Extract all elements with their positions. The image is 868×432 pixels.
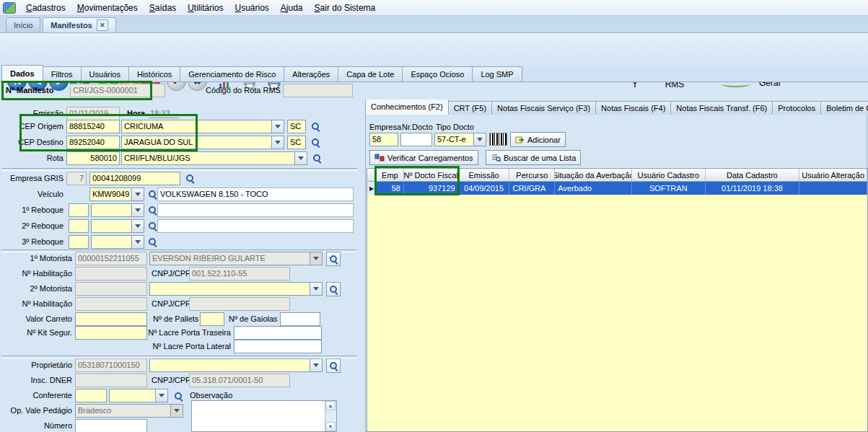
vale-pedagio-select[interactable]: Bradesco: [75, 404, 183, 418]
grid-header-docto-fiscal[interactable]: Nº Docto Fiscal: [404, 169, 459, 182]
kit-segur-input[interactable]: [75, 326, 147, 340]
tab-alteracoes[interactable]: Alterações: [284, 66, 338, 81]
proprietario-codigo-input[interactable]: 05318071000150: [75, 358, 147, 372]
rota-search-button[interactable]: [310, 151, 323, 164]
tab-gerenciamento-risco[interactable]: Gerenciamento de Risco: [180, 66, 284, 81]
buscar-lista-button[interactable]: Buscar de uma Lista: [486, 150, 581, 165]
tab-inicio[interactable]: Início: [6, 17, 40, 32]
cep-destino-search-button[interactable]: [309, 136, 322, 149]
close-icon[interactable]: ✕: [97, 19, 108, 31]
menu-item-cadastros[interactable]: Cadastros: [21, 1, 71, 14]
tab-log-smp[interactable]: Log SMP: [472, 66, 522, 81]
tab-conhecimentos[interactable]: Conhecimentos (F2): [365, 100, 449, 115]
tab-manifestos[interactable]: Manifestos ✕: [43, 17, 115, 32]
cep-destino-uf-input[interactable]: SC: [287, 136, 306, 149]
scroll-up-icon[interactable]: ▲: [325, 401, 336, 410]
habilitacao1-input[interactable]: [75, 267, 147, 281]
reboque2-input[interactable]: [69, 219, 89, 233]
lacre-traseira-input[interactable]: [234, 326, 322, 340]
grid-header-emissao[interactable]: Emissão: [459, 169, 510, 182]
cep-destino-input[interactable]: 89252040: [66, 136, 120, 149]
motorista2-select[interactable]: [149, 282, 323, 296]
chevron-down-icon[interactable]: [131, 220, 144, 232]
tab-capa-lote[interactable]: Capa de Lote: [338, 66, 403, 81]
motorista2-codigo-input[interactable]: [75, 282, 147, 296]
cep-origem-search-button[interactable]: [309, 120, 322, 133]
tab-filtros[interactable]: Filtros: [43, 66, 82, 81]
cep-origem-uf-input[interactable]: SC: [287, 120, 306, 133]
cep-origem-city-select[interactable]: CRICIUMA: [121, 120, 284, 133]
tab-boletim-ocorrencia[interactable]: Boletim de Ocorrên: [820, 101, 868, 115]
proprietario-select[interactable]: [149, 358, 323, 372]
chevron-down-icon[interactable]: [294, 152, 307, 164]
tab-protocolos[interactable]: Protocolos: [772, 101, 821, 115]
verificar-carregamentos-button[interactable]: Verificar Carregamentos: [369, 150, 478, 165]
chevron-down-icon[interactable]: [131, 236, 144, 248]
chevron-down-icon[interactable]: [271, 120, 284, 133]
empresa-gris-codigo-input[interactable]: 7: [66, 172, 87, 185]
menu-item-usuarios[interactable]: Usuários: [229, 1, 273, 14]
cnpj-cpf2-input[interactable]: [189, 297, 290, 311]
conferente-select[interactable]: [109, 389, 168, 402]
grid-row-selected[interactable]: ▶ 58 937129 04/09/2015 CRI/GRA Averbado …: [367, 182, 867, 195]
chevron-down-icon[interactable]: [310, 283, 322, 295]
tab-usuarios[interactable]: Usuários: [81, 66, 129, 81]
menu-item-saidas[interactable]: Saídas: [144, 1, 181, 14]
menu-item-sair[interactable]: Sair do Sistema: [310, 1, 381, 14]
valor-carreto-input[interactable]: [75, 312, 147, 326]
grid-header-emp[interactable]: Emp: [377, 169, 404, 182]
rota-input[interactable]: 580010: [66, 151, 120, 165]
adicionar-button[interactable]: Adicionar: [510, 132, 566, 147]
empresa-gris-search-button[interactable]: [183, 172, 196, 185]
chevron-down-icon[interactable]: [170, 405, 183, 417]
manifesto-input[interactable]: CRI/JGS-0000001: [70, 84, 165, 97]
conferente-search-button[interactable]: [172, 389, 185, 402]
habilitacao2-input[interactable]: [75, 297, 147, 311]
empresa-gris-conta-input[interactable]: 00041208099: [89, 172, 180, 185]
codigo-rota-rms-input[interactable]: [283, 84, 353, 97]
reboque3-input[interactable]: [69, 235, 89, 249]
empresa-input[interactable]: 58: [369, 133, 398, 146]
menu-item-ajuda[interactable]: Ajuda: [276, 1, 308, 14]
motorista1-search-button[interactable]: [326, 252, 341, 266]
menu-item-utilitarios[interactable]: Utilitários: [183, 1, 228, 14]
tab-dados[interactable]: Dados: [1, 65, 43, 81]
grid-header-usuario-alteracao[interactable]: Usuário Alteração: [799, 169, 867, 182]
tipo-docto-select[interactable]: 57-CT-e: [434, 133, 486, 146]
tab-espaco-ocioso[interactable]: Espaço Ocioso: [402, 66, 473, 81]
scroll-down-icon[interactable]: ▼: [325, 422, 336, 431]
chevron-down-icon[interactable]: [131, 204, 144, 216]
barcode-icon[interactable]: [489, 133, 507, 146]
chevron-down-icon[interactable]: [310, 252, 322, 265]
gaiolas-input[interactable]: [280, 312, 320, 326]
reboque3-search-button[interactable]: [146, 235, 159, 248]
tab-nf[interactable]: Notas Fiscais (F4): [595, 101, 671, 115]
emissao-input[interactable]: 01/11/2019: [66, 107, 120, 120]
grid-header-usuario-cadastro[interactable]: Usuário Cadastro: [632, 169, 706, 182]
reboque1-select[interactable]: [91, 203, 144, 217]
grid-header-situacao-averbacao[interactable]: Situação da Averbação: [555, 169, 632, 182]
chevron-down-icon[interactable]: [473, 133, 486, 146]
lacre-lateral-input[interactable]: [234, 340, 322, 353]
chevron-down-icon[interactable]: [310, 359, 322, 371]
chevron-down-icon[interactable]: [131, 188, 144, 200]
cnpj-cpf1-input[interactable]: 001.522.110-55: [189, 267, 290, 281]
chevron-down-icon[interactable]: [155, 389, 167, 402]
tab-historicos[interactable]: Históricos: [128, 66, 180, 81]
tab-crt[interactable]: CRT (F5): [448, 101, 492, 115]
observacao-scrollbar[interactable]: ▲ ▼: [325, 401, 336, 431]
cep-destino-city-select[interactable]: JARAGUA DO SUL: [121, 136, 284, 149]
menu-item-movimentacoes[interactable]: Movimentações: [72, 1, 143, 14]
reboque3-select[interactable]: [91, 235, 144, 249]
conferente-input[interactable]: [75, 389, 107, 402]
motorista1-select[interactable]: EVERSON RIBEIRO GULARTE: [149, 252, 323, 265]
rota-select[interactable]: CRI/FLN/BLU/JGS: [121, 151, 307, 165]
tab-nf-servico[interactable]: Notas Fiscais Serviço (F3): [491, 101, 596, 115]
grid-header-percurso[interactable]: Percurso: [509, 169, 555, 182]
proprietario-search-button[interactable]: [326, 358, 341, 373]
cnpj-cpf3-input[interactable]: 05.318.071/0001-50: [189, 374, 290, 387]
chevron-down-icon[interactable]: [271, 136, 284, 149]
insc-dner-input[interactable]: [75, 374, 147, 387]
motorista2-search-button[interactable]: [326, 282, 341, 296]
pallets-input[interactable]: [200, 312, 224, 326]
